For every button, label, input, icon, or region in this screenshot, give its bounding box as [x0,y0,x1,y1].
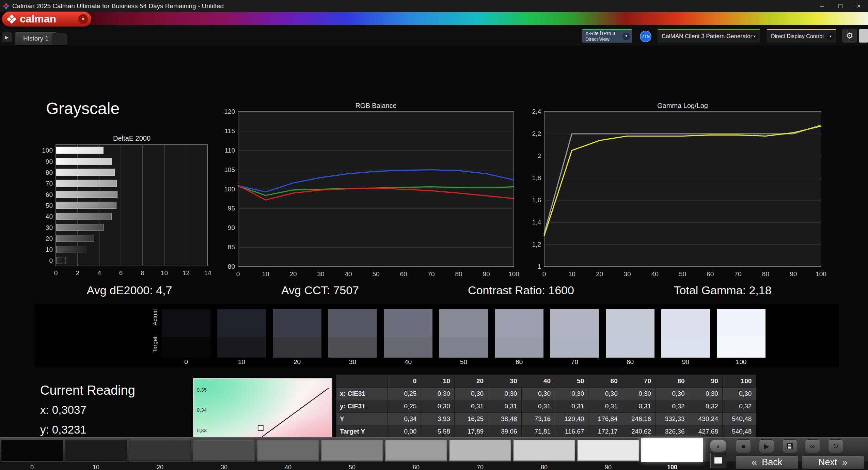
grayscale-swatch-0 [162,309,210,358]
meter-dropdown[interactable]: X-Rite i1Pro 3 Direct View ▼ [582,29,632,43]
patch-40[interactable]: 40 [257,440,319,470]
table-cell: 0,30 [722,388,756,400]
table-cell: 0,31 [555,400,588,413]
svg-text:90: 90 [483,270,490,278]
patch-90[interactable]: 90 [577,440,639,470]
patch-30[interactable]: 30 [193,440,255,470]
gear-icon: ⚙ [846,31,853,41]
table-cell: 0,31 [588,400,622,413]
swatch-target [162,337,210,358]
chevron-down-icon[interactable]: ▼ [78,14,88,24]
pattern-generator-dropdown[interactable]: CalMAN Client 3 Pattern Generator ▼ [658,29,760,43]
grayscale-swatch-10 [217,309,266,358]
close-icon[interactable]: × [850,0,868,12]
chevron-right-icon: » [842,457,848,467]
refresh-icon: ↻ [833,442,839,450]
table-cell: 0,30 [656,388,689,400]
swatch-actual [661,309,710,337]
collapse-up-button[interactable]: ▲ [710,440,726,452]
calman-app-icon [3,3,9,9]
swatch-actual [439,309,488,337]
chevron-down-icon[interactable]: ▼ [827,33,834,40]
grayscale-swatch-90 [661,309,710,358]
maximize-icon[interactable]: □ [831,0,850,12]
patch-face[interactable] [577,440,639,461]
grayscale-swatch-40 [384,309,432,358]
patch-face[interactable] [449,440,511,461]
table-col-header: 10 [421,375,454,388]
patch-face[interactable] [513,440,575,461]
patch-20[interactable]: 20 [129,440,191,470]
display-control-label: Direct Display Control [771,33,824,40]
table-row: Y0,343,9316,2538,4873,16120,40176,84246,… [336,413,756,425]
history-expand-button[interactable]: ▶ [2,32,12,42]
table-cell: 0,25 [388,400,421,413]
svg-text:0: 0 [236,270,240,278]
table-cell: 38,48 [488,413,521,425]
table-row: x: CIE310,250,300,300,300,300,300,300,30… [336,388,756,400]
patch-50[interactable]: 50 [321,440,383,470]
save-button[interactable] [782,439,797,453]
pattern-window-button[interactable] [710,453,726,468]
svg-text:70: 70 [427,270,435,278]
chevron-down-icon[interactable]: ▼ [622,33,630,40]
table-col-header: 40 [521,375,555,388]
svg-text:1,4: 1,4 [532,219,541,226]
tab-stub[interactable] [52,33,67,45]
grayscale-swatch-80 [606,309,654,358]
table-col-header: 60 [588,375,622,388]
swatch-target [550,337,599,358]
svg-text:0,34: 0,34 [197,407,207,413]
svg-text:20: 20 [596,270,603,278]
svg-text:80: 80 [455,270,462,278]
patch-face[interactable] [1,440,63,461]
play-button[interactable]: ▶ [759,439,774,453]
calman-menu-button[interactable]: calman ▼ [2,12,91,27]
patch-0[interactable]: 0 [1,440,63,470]
refresh-button[interactable]: ↻ [828,439,843,453]
grayscale-swatch-panel: Actual Target 0102030405060708090100 [35,304,839,367]
table-cell: 0,31 [622,400,655,413]
link-button[interactable]: ∞ [805,439,820,453]
patch-face[interactable] [193,440,255,461]
minimize-icon[interactable]: – [813,0,831,12]
svg-text:0,35: 0,35 [197,387,207,393]
table-cell: 17,89 [454,425,488,438]
patch-face[interactable] [385,440,447,461]
patch-face[interactable] [257,440,319,461]
display-control-dropdown[interactable]: Direct Display Control ▼ [767,29,836,43]
next-button[interactable]: Next » [802,455,864,469]
patch-70[interactable]: 70 [449,440,511,470]
calman-logo-icon [7,15,16,23]
meter-count-badge[interactable]: 719 [640,31,651,42]
calman-app-window: Calman 2025 Calman Ultimate for Business… [0,0,868,470]
pattern-generator-label: CalMAN Client 3 Pattern Generator [662,33,752,40]
patch-face[interactable] [129,440,191,461]
tab-history-1[interactable]: History 1 [15,32,57,45]
patch-face[interactable] [641,438,703,462]
table-cell: 0,30 [689,388,722,400]
patch-10[interactable]: 10 [65,440,127,470]
patch-80[interactable]: 80 [513,440,575,470]
panel-toggle-button[interactable] [859,29,868,43]
settings-button[interactable]: ⚙ [842,29,857,43]
window-controls: – □ × [813,0,868,12]
swatch-actual [328,309,377,337]
table-cell: 116,67 [555,425,588,438]
svg-text:1,6: 1,6 [532,197,541,204]
table-cell: 176,84 [588,413,622,425]
back-button[interactable]: « Back [736,455,798,469]
patch-face[interactable] [321,440,383,461]
table-cell: 0,30 [555,388,588,400]
patch-60[interactable]: 60 [385,440,447,470]
swatch-target [384,337,432,358]
chevron-down-icon[interactable]: ▼ [751,33,758,40]
patch-label: 70 [449,464,511,470]
svg-text:30: 30 [46,224,53,231]
swatch-actual [273,309,321,337]
patch-100[interactable]: 100 [641,438,703,470]
svg-text:0,33: 0,33 [197,427,207,433]
current-reading-title: Current Reading [40,383,135,398]
stop-button[interactable]: ■ [736,439,751,453]
patch-face[interactable] [65,440,127,461]
